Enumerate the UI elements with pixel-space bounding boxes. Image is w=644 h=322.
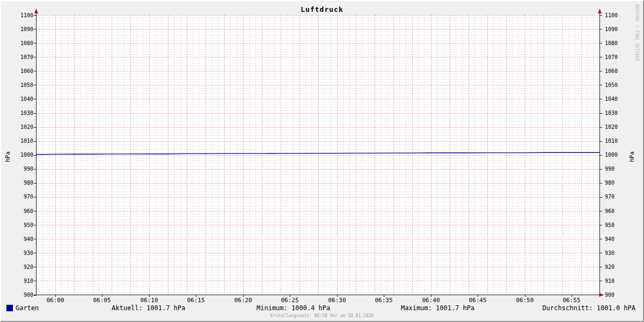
creation-timestamp: Erstellungszeit: 06:58 Uhr am 10.01.2026 — [0, 313, 644, 318]
plot-area — [0, 0, 644, 322]
rrdtool-pressure-graph: Luftdruck RRDTOOL / TOBI OETIKER hPa hPa… — [0, 0, 644, 322]
y-axis-tick-label-left: 960 — [17, 208, 33, 214]
y-axis-tick-label-right: 1020 — [605, 124, 621, 130]
y-axis-tick-label-right: 1040 — [605, 96, 621, 102]
y-axis-tick-label-right: 980 — [605, 180, 621, 186]
y-axis-tick-label-left: 1100 — [17, 12, 33, 18]
y-axis-tick-label-right: 1080 — [605, 40, 621, 46]
x-axis-tick-label: 06:20 — [231, 297, 255, 303]
y-axis-tick-label-left: 940 — [17, 236, 33, 242]
y-axis-tick-label-left: 980 — [17, 180, 33, 186]
y-axis-tick-label-left: 920 — [17, 264, 33, 270]
y-axis-tick-label-left: 1080 — [17, 40, 33, 46]
y-axis-tick-label-right: 900 — [605, 292, 621, 298]
y-axis-tick-label-left: 1010 — [17, 138, 33, 144]
series-color-swatch — [6, 305, 13, 311]
y-axis-tick-label-left: 950 — [17, 222, 33, 228]
y-axis-tick-label-right: 950 — [605, 222, 621, 228]
y-axis-tick-label-right: 990 — [605, 166, 621, 172]
legend-row: Garten Aktuell: 1001.7 hPa Minimum: 1000… — [0, 305, 644, 312]
y-axis-tick-label-right: 1050 — [605, 82, 621, 88]
y-axis-tick-label-right: 1090 — [605, 26, 621, 32]
x-axis-tick-label: 06:00 — [43, 297, 67, 303]
stat-minimum: Minimum: 1000.4 hPa — [257, 305, 330, 312]
y-axis-tick-label-left: 970 — [17, 194, 33, 200]
y-axis-tick-label-right: 1100 — [605, 12, 621, 18]
series-label: Garten — [16, 305, 39, 312]
x-axis-tick-label: 06:05 — [90, 297, 114, 303]
y-axis-tick-label-left: 1030 — [17, 110, 33, 116]
y-axis-tick-label-right: 1060 — [605, 68, 621, 74]
y-axis-tick-label-left: 910 — [17, 278, 33, 284]
y-axis-tick-label-right: 970 — [605, 194, 621, 200]
y-axis-tick-label-left: 1040 — [17, 96, 33, 102]
y-axis-tick-label-left: 930 — [17, 250, 33, 256]
x-axis-tick-label: 06:50 — [513, 297, 537, 303]
x-axis-tick-label: 06:45 — [466, 297, 489, 303]
stat-maximum: Maximum: 1001.7 hPa — [401, 305, 474, 312]
y-axis-tick-label-right: 930 — [605, 250, 621, 256]
y-axis-tick-label-left: 1060 — [17, 68, 33, 74]
x-axis-tick-label: 06:35 — [372, 297, 396, 303]
right-arrow-icon — [599, 293, 604, 297]
y-axis-tick-label-right: 920 — [605, 264, 621, 270]
y-axis-tick-label-right: 940 — [605, 236, 621, 242]
x-axis-tick-label: 06:10 — [137, 297, 161, 303]
x-axis-tick-label: 06:30 — [325, 297, 349, 303]
y-axis-tick-label-right: 1070 — [605, 54, 621, 60]
up-arrow-icon — [598, 9, 602, 13]
y-axis-tick-label-right: 1030 — [605, 110, 621, 116]
y-axis-tick-label-left: 990 — [17, 166, 33, 172]
x-axis-tick-label: 06:15 — [184, 297, 208, 303]
y-axis-tick-label-right: 960 — [605, 208, 621, 214]
y-axis-tick-label-left: 1020 — [17, 124, 33, 130]
x-axis-tick-label: 06:40 — [419, 297, 443, 303]
stat-aktuell: Aktuell: 1001.7 hPa — [112, 305, 185, 312]
y-axis-tick-label-right: 910 — [605, 278, 621, 284]
up-arrow-icon — [34, 9, 38, 13]
y-axis-tick-label-right: 1000 — [605, 152, 621, 158]
y-axis-tick-label-left: 1090 — [17, 26, 33, 32]
y-axis-tick-label-left: 1050 — [17, 82, 33, 88]
y-axis-tick-label-left: 1070 — [17, 54, 33, 60]
y-axis-tick-label-left: 1000 — [17, 152, 33, 158]
y-axis-tick-label-right: 1010 — [605, 138, 621, 144]
y-axis-tick-label-left: 900 — [17, 292, 33, 298]
stat-durchschnitt: Durchschnitt: 1001.0 hPA — [543, 305, 635, 312]
x-axis-tick-label: 06:25 — [278, 297, 302, 303]
x-axis-tick-label: 06:55 — [560, 297, 583, 303]
